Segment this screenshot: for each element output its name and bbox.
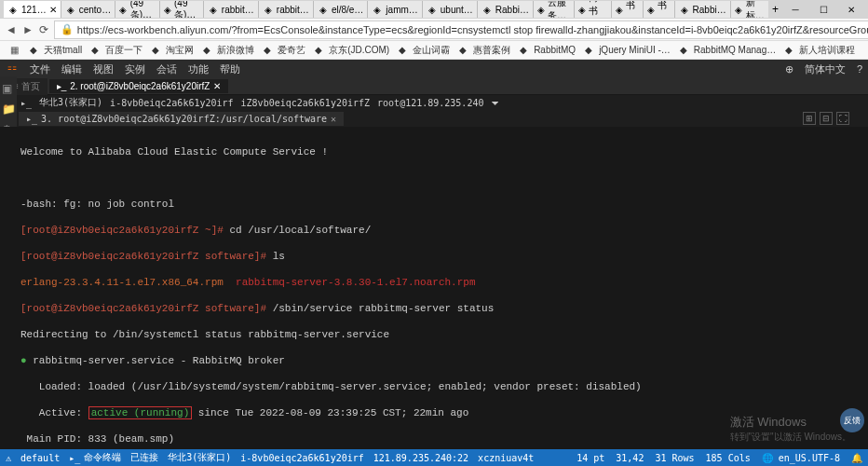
- bell-icon[interactable]: 🔔: [851, 453, 862, 463]
- sync-icon[interactable]: ⊕: [785, 63, 793, 75]
- terminal-tab[interactable]: ▸_ 3. root@iZ8vb0eiqc2a6k61y20irfZ:/usr/…: [19, 112, 344, 126]
- terminal-line: Welcome to Alibaba Cloud Elastic Compute…: [20, 145, 862, 158]
- terminal-line: -bash: fg: no job control: [20, 198, 862, 211]
- browser-tab[interactable]: ◈Rabbi…: [478, 1, 534, 18]
- breadcrumb-region[interactable]: 华北3(张家口): [39, 96, 102, 109]
- sb-instance: i-8vb0eiqc2a6k61y20irf: [240, 453, 363, 463]
- nav-back[interactable]: ◄: [6, 21, 17, 38]
- browser-tab[interactable]: ◈rabbit…: [259, 1, 314, 18]
- browser-tab[interactable]: ◈(49条)…: [115, 1, 159, 18]
- rail-terminal-icon[interactable]: ▣: [2, 82, 15, 95]
- favicon-icon: ◈: [65, 4, 76, 15]
- browser-tab[interactable]: ◈Rabbi…: [675, 1, 731, 18]
- favicon-icon: ◈: [578, 4, 586, 15]
- bookmark-item[interactable]: ◆天猫tmall: [30, 44, 82, 57]
- browser-tab[interactable]: ◈rabbit…: [204, 1, 259, 18]
- browser-tab[interactable]: ◈简书_…: [575, 1, 612, 18]
- url-bar[interactable]: 🔒 https://ecs-workbench.aliyun.com/?from…: [54, 21, 868, 39]
- window-maximize[interactable]: ☐: [810, 1, 836, 18]
- favicon-icon: ◈: [318, 4, 329, 15]
- url-text: https://ecs-workbench.aliyun.com/?from=E…: [77, 24, 868, 35]
- bookmark-item[interactable]: ◆京东(JD.COM): [315, 44, 389, 57]
- menu-item[interactable]: 视图: [93, 62, 114, 76]
- sb-cursor: 31,42: [616, 453, 644, 463]
- aliyun-logo-icon: [6, 62, 19, 75]
- browser-tab[interactable]: ◈(49条)…: [160, 1, 204, 18]
- favicon-icon: ◆: [315, 45, 326, 56]
- menu-item[interactable]: 编辑: [61, 62, 82, 76]
- terminal-icon: ▸_: [20, 98, 32, 108]
- breadcrumb-instance[interactable]: i-8vb0eiqc2a6k61y20irf: [110, 98, 233, 108]
- favicon-icon: ◆: [30, 45, 41, 56]
- breadcrumb-user[interactable]: root@121.89.235.240: [377, 98, 483, 108]
- maximize-icon[interactable]: ⛶: [836, 112, 849, 125]
- sb-cols: 185 Cols: [706, 453, 751, 463]
- sb-rows: 31 Rows: [655, 453, 694, 463]
- bookmark-item[interactable]: ◆RabbitMQ: [520, 44, 576, 57]
- session-tab[interactable]: ▸_ 2. root@iZ8vb0eiqc2a6k61y20irfZ ✕: [49, 79, 229, 93]
- tab-overflow[interactable]: +: [768, 3, 782, 16]
- help-icon[interactable]: ?: [857, 63, 862, 75]
- nav-forward[interactable]: ►: [22, 21, 34, 38]
- rail-files-icon[interactable]: 📁: [2, 103, 15, 116]
- favicon-icon: ◈: [427, 4, 438, 15]
- bookmark-item[interactable]: ◆jQuery MiniUI -…: [585, 44, 671, 57]
- browser-tab[interactable]: ◈el/8/e…: [314, 1, 368, 18]
- nav-reload[interactable]: ⟳: [39, 21, 48, 38]
- close-icon[interactable]: ✕: [49, 5, 57, 15]
- sb-ip: 121.89.235.240:22: [373, 453, 468, 463]
- menu-item[interactable]: 文件: [30, 62, 50, 76]
- favicon-icon: ◈: [164, 4, 172, 15]
- favicon-icon: ◈: [679, 4, 690, 15]
- browser-tab[interactable]: ◈jamm…: [368, 1, 422, 18]
- window-close[interactable]: ✕: [838, 1, 864, 18]
- favicon-icon: ◆: [459, 45, 470, 56]
- favicon-icon: ◈: [119, 4, 128, 15]
- favicon-icon: ◈: [208, 4, 219, 15]
- terminal-tab-bar: ▸_ 3. root@iZ8vb0eiqc2a6k61y20irfZ:/usr/…: [0, 110, 868, 127]
- breadcrumb-host[interactable]: iZ8vb0eiqc2a6k61y20irfZ: [241, 98, 370, 108]
- bookmark-item[interactable]: ◆淘宝网: [152, 44, 194, 57]
- window-minimize[interactable]: ─: [782, 1, 808, 18]
- browser-tab[interactable]: ◈ubunt…: [423, 1, 478, 18]
- close-icon[interactable]: ✕: [213, 81, 221, 91]
- menu-item[interactable]: 会话: [156, 62, 177, 76]
- browser-tab[interactable]: ◈新标…: [731, 1, 768, 18]
- close-icon[interactable]: ✕: [331, 114, 336, 124]
- browser-tab[interactable]: ◈简书 - …: [612, 1, 644, 18]
- bookmark-item[interactable]: ◆惠普案例: [459, 44, 510, 57]
- lock-icon: 🔒: [61, 23, 74, 35]
- favicon-icon: ◈: [735, 4, 743, 15]
- grid-icon[interactable]: ▦: [6, 42, 22, 59]
- bookmark-item[interactable]: ◆金山词霸: [399, 44, 450, 57]
- sb-connected: 已连接: [130, 451, 158, 464]
- menu-item[interactable]: 功能: [188, 62, 209, 76]
- bookmark-item[interactable]: ◆新浪微博: [203, 44, 254, 57]
- feedback-button[interactable]: 反馈: [840, 408, 864, 432]
- favicon-icon: ◆: [520, 45, 531, 56]
- language-selector[interactable]: 简体中文: [805, 62, 846, 76]
- browser-tab[interactable]: ◈云服务…: [534, 1, 575, 18]
- browser-tab[interactable]: ◈简书 - …: [644, 1, 675, 18]
- bookmark-item[interactable]: ◆百度一下: [91, 44, 142, 57]
- globe-icon: 🌐: [762, 453, 773, 463]
- bookmark-item[interactable]: ◆RabbitMQ Manag…: [680, 44, 776, 57]
- favicon-icon: ◆: [680, 45, 691, 56]
- app-tab-strip: ≡ 首页 ▸_ 2. root@iZ8vb0eiqc2a6k61y20irfZ …: [0, 78, 868, 95]
- dropdown-icon[interactable]: ⏷: [491, 98, 500, 108]
- breadcrumb: ▸_ 华北3(张家口) i-8vb0eiqc2a6k61y20irf iZ8vb…: [0, 95, 868, 110]
- browser-tab[interactable]: ◈cento…: [61, 1, 115, 18]
- menu-item[interactable]: 帮助: [220, 62, 240, 76]
- split-vertical-icon[interactable]: ⊟: [820, 112, 833, 125]
- bookmark-item[interactable]: ◆爱奇艺: [264, 44, 305, 57]
- favicon-icon: ◈: [616, 4, 623, 15]
- favicon-icon: ◈: [481, 4, 493, 15]
- browser-tab[interactable]: ◈121…✕: [4, 1, 61, 18]
- bookmark-item[interactable]: ◆新人培训课程: [785, 44, 855, 57]
- favicon-icon: ◆: [785, 45, 796, 56]
- sb-warning-icon[interactable]: ⚠: [6, 453, 11, 463]
- split-horizontal-icon[interactable]: ⊞: [803, 112, 816, 125]
- sb-default: default: [20, 453, 60, 463]
- sb-fontsize[interactable]: 14 pt: [576, 453, 604, 463]
- menu-item[interactable]: 实例: [125, 62, 145, 76]
